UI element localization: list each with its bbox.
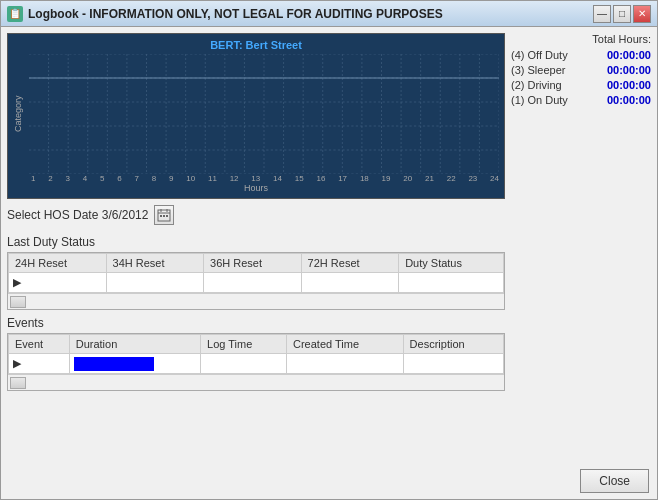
chart-grid: 5 4 3 2 1 0	[29, 54, 499, 174]
col-duty-status: Duty Status	[399, 254, 504, 273]
event-arrow-cell: ▶	[9, 354, 70, 374]
chart-x-labels: 1 2 3 4 5 6 7 8 9 10 11 12 13 14 15 16 1	[13, 174, 499, 183]
col-event: Event	[9, 335, 70, 354]
chart-y-label: Category	[13, 54, 27, 174]
main-content: BERT: Bert Street Category	[1, 27, 657, 465]
col-36h-reset: 36H Reset	[204, 254, 302, 273]
cell-72h	[301, 273, 399, 293]
close-button[interactable]: Close	[580, 469, 649, 493]
calendar-button[interactable]	[154, 205, 174, 225]
duration-bar	[74, 357, 154, 371]
chart-svg: 5 4 3 2 1 0	[29, 54, 499, 174]
col-log-time: Log Time	[201, 335, 287, 354]
hours-row-onduty: (1) On Duty 00:00:00	[511, 94, 651, 106]
duty-status-table-wrapper: 24H Reset 34H Reset 36H Reset 72H Reset …	[7, 252, 505, 310]
svg-rect-42	[160, 215, 162, 217]
hos-row: Select HOS Date 3/6/2012	[7, 205, 505, 225]
chart-inner: Category	[13, 54, 499, 174]
duty-status-section: Last Duty Status 24H Reset 34H Reset 36H…	[7, 235, 505, 310]
event-created-time-cell	[286, 354, 403, 374]
events-section: Events Event Duration Log Time Created T…	[7, 316, 505, 459]
event-row-arrow[interactable]: ▶	[13, 357, 21, 369]
col-created-time: Created Time	[286, 335, 403, 354]
cell-duty	[399, 273, 504, 293]
events-scrollbar[interactable]	[8, 374, 504, 390]
total-hours-title: Total Hours:	[511, 33, 651, 45]
onduty-value: 00:00:00	[607, 94, 651, 106]
cell-34h	[106, 273, 204, 293]
col-72h-reset: 72H Reset	[301, 254, 399, 273]
right-panel: Total Hours: (4) Off Duty 00:00:00 (3) S…	[511, 33, 651, 459]
calendar-icon	[157, 208, 171, 222]
title-buttons: — □ ✕	[593, 5, 651, 23]
arrow-cell: ▶	[9, 273, 107, 293]
driving-value: 00:00:00	[607, 79, 651, 91]
col-24h-reset: 24H Reset	[9, 254, 107, 273]
events-scrollbar-thumb[interactable]	[10, 377, 26, 389]
total-hours-panel: Total Hours: (4) Off Duty 00:00:00 (3) S…	[511, 33, 651, 106]
offduty-label: (4) Off Duty	[511, 49, 568, 61]
window-icon: 📋	[7, 6, 23, 22]
table-row: ▶	[9, 273, 504, 293]
svg-rect-44	[166, 215, 168, 217]
title-bar-left: 📋 Logbook - INFORMATION ONLY, NOT LEGAL …	[7, 6, 443, 22]
event-duration-cell	[69, 354, 200, 374]
events-table-wrapper: Event Duration Log Time Created Time Des…	[7, 333, 505, 391]
duty-status-scrollbar[interactable]	[8, 293, 504, 309]
duty-status-label: Last Duty Status	[7, 235, 505, 249]
chart-x-title: Hours	[13, 183, 499, 193]
row-arrow[interactable]: ▶	[13, 276, 21, 288]
col-34h-reset: 34H Reset	[106, 254, 204, 273]
hos-label: Select HOS Date 3/6/2012	[7, 208, 148, 222]
event-log-time-cell	[201, 354, 287, 374]
event-description-cell	[403, 354, 503, 374]
cell-36h	[204, 273, 302, 293]
minimize-button[interactable]: —	[593, 5, 611, 23]
chart-area: BERT: Bert Street Category	[7, 33, 505, 199]
events-table: Event Duration Log Time Created Time Des…	[8, 334, 504, 374]
sleeper-value: 00:00:00	[607, 64, 651, 76]
onduty-label: (1) On Duty	[511, 94, 568, 106]
maximize-button[interactable]: □	[613, 5, 631, 23]
bottom-bar: Close	[1, 465, 657, 499]
duty-status-table: 24H Reset 34H Reset 36H Reset 72H Reset …	[8, 253, 504, 293]
hours-row-offduty: (4) Off Duty 00:00:00	[511, 49, 651, 61]
hours-row-sleeper: (3) Sleeper 00:00:00	[511, 64, 651, 76]
col-description: Description	[403, 335, 503, 354]
window-close-button[interactable]: ✕	[633, 5, 651, 23]
window-title: Logbook - INFORMATION ONLY, NOT LEGAL FO…	[28, 7, 443, 21]
driving-label: (2) Driving	[511, 79, 562, 91]
scrollbar-thumb[interactable]	[10, 296, 26, 308]
events-label: Events	[7, 316, 505, 330]
offduty-value: 00:00:00	[607, 49, 651, 61]
chart-title: BERT: Bert Street	[13, 39, 499, 51]
col-duration: Duration	[69, 335, 200, 354]
svg-rect-43	[163, 215, 165, 217]
left-panel: BERT: Bert Street Category	[7, 33, 505, 459]
events-table-row: ▶	[9, 354, 504, 374]
hours-row-driving: (2) Driving 00:00:00	[511, 79, 651, 91]
main-window: 📋 Logbook - INFORMATION ONLY, NOT LEGAL …	[0, 0, 658, 500]
title-bar: 📋 Logbook - INFORMATION ONLY, NOT LEGAL …	[1, 1, 657, 27]
sleeper-label: (3) Sleeper	[511, 64, 565, 76]
